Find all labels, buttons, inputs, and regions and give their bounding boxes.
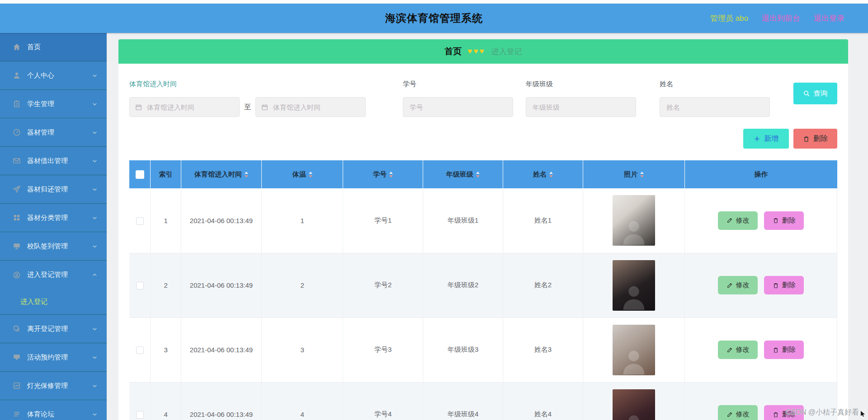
- sidebar-item-label: 个人中心: [27, 71, 92, 80]
- row-checkbox[interactable]: [136, 217, 144, 225]
- search-button[interactable]: 查询: [793, 83, 837, 104]
- row-checkbox[interactable]: [136, 346, 144, 354]
- edit-button[interactable]: 修改: [718, 341, 758, 359]
- watermark: CSDN @小桔子真好看: [786, 408, 865, 417]
- chevron-down-icon: [92, 187, 98, 192]
- cell-index: 1: [151, 188, 181, 253]
- plus-icon: [754, 135, 760, 142]
- cell-student-no: 学号4: [343, 382, 423, 420]
- pencil-icon: [726, 411, 733, 418]
- top-strip: [0, 0, 868, 4]
- edit-button-label: 修改: [736, 281, 750, 289]
- clipboard-icon: [13, 100, 21, 108]
- sort-carets-icon[interactable]: [549, 172, 553, 177]
- filter-student-no: 学号: [403, 80, 513, 117]
- edit-button[interactable]: 修改: [718, 276, 758, 294]
- sidebar-item-equipment-category[interactable]: 器材分类管理: [0, 204, 107, 232]
- cell-name: 姓名3: [503, 317, 583, 382]
- sidebar-item-team-checkin[interactable]: 校队签到管理: [0, 232, 107, 261]
- name-field: [660, 97, 770, 117]
- sidebar-item-equipment-return[interactable]: 器材归还管理: [0, 175, 107, 204]
- cell-index: 4: [151, 382, 181, 420]
- gauge-icon: [13, 128, 21, 136]
- trash-icon: [773, 217, 779, 224]
- student-no-input[interactable]: [409, 103, 507, 112]
- grade-class-label: 年级班级: [526, 80, 636, 89]
- enter-time-start-field: [129, 97, 240, 117]
- student-no-label: 学号: [403, 80, 513, 89]
- logout-link[interactable]: 退出登录: [814, 13, 844, 23]
- column-header-enter-time[interactable]: 体育馆进入时间: [181, 160, 261, 188]
- sidebar-subitem-entry-register[interactable]: 进入登记: [0, 289, 107, 315]
- column-header-name[interactable]: 姓名: [503, 160, 583, 188]
- calendar-icon: [261, 104, 268, 111]
- header-select-all-cell: [129, 160, 151, 188]
- edit-button[interactable]: 修改: [718, 405, 758, 420]
- sidebar-item-personal-center[interactable]: 个人中心: [0, 61, 107, 90]
- column-header-temperature[interactable]: 体温: [262, 160, 343, 188]
- name-input[interactable]: [665, 103, 764, 112]
- enter-time-start-input[interactable]: [146, 103, 234, 112]
- row-checkbox[interactable]: [136, 282, 144, 289]
- delete-button-label: 删除: [813, 134, 828, 144]
- table-row: 4 2021-04-06 00:13:49 4 学号4 年级班级4 姓名4: [129, 382, 837, 420]
- sidebar-item-sports-forum[interactable]: 体育论坛: [0, 400, 107, 420]
- breadcrumb-home[interactable]: 首页: [444, 46, 462, 57]
- row-delete-button-label: 删除: [782, 345, 796, 354]
- sidebar-item-light-repair[interactable]: 灯光保修管理: [0, 372, 107, 400]
- trash-icon: [803, 135, 810, 142]
- sidebar-item-label: 灯光保修管理: [27, 382, 92, 390]
- sort-carets-icon[interactable]: [640, 172, 644, 177]
- cursor-icon: [860, 411, 865, 417]
- sort-carets-icon[interactable]: [476, 172, 480, 177]
- enter-time-end-input[interactable]: [272, 103, 360, 112]
- sidebar-item-student-management[interactable]: 学生管理: [0, 90, 107, 118]
- entry-register-table: 索引 体育馆进入时间 体温 学号 年级班级 姓名 照片 操作 1 2021-: [129, 160, 837, 420]
- sort-carets-icon[interactable]: [245, 172, 248, 177]
- cell-grade-class: 年级班级3: [423, 317, 503, 382]
- hearts-decoration-icon: ♥♥♥: [467, 47, 485, 56]
- chart-icon: [13, 382, 21, 390]
- add-button[interactable]: 新增: [743, 129, 789, 149]
- sidebar-item-activity-booking[interactable]: 活动预约管理: [0, 343, 107, 372]
- sidebar-item-entry-register-management[interactable]: 进入登记管理: [0, 261, 107, 289]
- table-header-row: 索引 体育馆进入时间 体温 学号 年级班级 姓名 照片 操作: [129, 160, 837, 188]
- delete-button[interactable]: 删除: [793, 129, 837, 149]
- edit-button[interactable]: 修改: [718, 211, 758, 230]
- row-delete-button[interactable]: 删除: [764, 276, 804, 294]
- enter-time-label: 体育馆进入时间: [129, 80, 366, 89]
- table-row: 1 2021-04-06 00:13:49 1 学号1 年级班级1 姓名1: [129, 188, 837, 253]
- mail-icon: [13, 157, 21, 165]
- chevron-down-icon: [92, 326, 98, 332]
- row-delete-button[interactable]: 删除: [764, 341, 804, 359]
- to-label: 至: [244, 103, 251, 112]
- user-circle-icon: [13, 271, 21, 279]
- student-photo: [613, 325, 655, 375]
- sort-carets-icon[interactable]: [309, 172, 312, 177]
- chevron-down-icon: [92, 73, 98, 79]
- home-icon: [13, 43, 21, 51]
- send-icon: [13, 185, 21, 193]
- app-header: 海滨体育馆管理系统 管理员 abo 退出到前台 退出登录: [0, 4, 868, 33]
- sidebar-item-leave-register-management[interactable]: 离开登记管理: [0, 315, 107, 343]
- grade-class-input[interactable]: [532, 103, 630, 112]
- exit-to-front-link[interactable]: 退出到前台: [762, 13, 800, 23]
- column-header-photo[interactable]: 照片: [583, 160, 684, 188]
- cell-student-no: 学号3: [343, 317, 423, 382]
- layers-icon: [13, 325, 21, 333]
- search-icon: [803, 90, 810, 97]
- column-header-grade-class[interactable]: 年级班级: [423, 160, 503, 188]
- admin-user-link[interactable]: 管理员 abo: [710, 13, 748, 23]
- column-header-student-no[interactable]: 学号: [343, 160, 423, 188]
- sidebar-item-equipment-lending[interactable]: 器材借出管理: [0, 147, 107, 175]
- sidebar-item-home[interactable]: 首页: [0, 33, 107, 61]
- cell-student-no: 学号1: [343, 188, 423, 253]
- cell-temperature: 3: [262, 317, 343, 382]
- row-delete-button[interactable]: 删除: [764, 211, 804, 230]
- select-all-checkbox[interactable]: [136, 170, 144, 179]
- grid-icon: [13, 214, 21, 222]
- sort-carets-icon[interactable]: [389, 172, 393, 177]
- sidebar-item-label: 活动预约管理: [27, 353, 92, 362]
- row-checkbox[interactable]: [136, 411, 144, 419]
- sidebar-item-equipment-management[interactable]: 器材管理: [0, 118, 107, 147]
